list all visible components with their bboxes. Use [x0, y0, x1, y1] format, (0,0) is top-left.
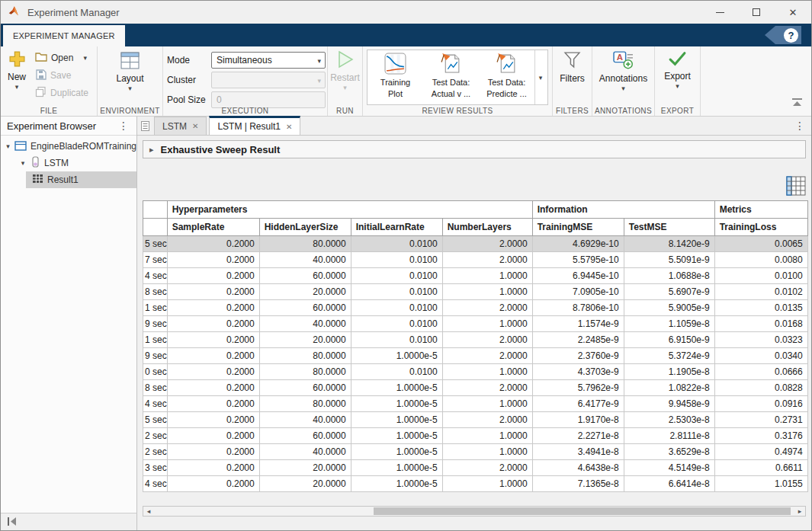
row-time-cell[interactable]: 9 sec: [143, 348, 168, 364]
table-cell[interactable]: 0.0916: [714, 396, 807, 412]
table-cell[interactable]: 20.0000: [259, 332, 351, 348]
table-cell[interactable]: 2.0000: [442, 460, 532, 476]
row-time-cell[interactable]: 8 sec: [143, 284, 168, 300]
table-cell[interactable]: 2.0000: [442, 332, 532, 348]
tree-item-project[interactable]: ▾ EngineBladeROMTraining: [1, 138, 136, 155]
table-cell[interactable]: 1.0000e-5: [351, 460, 442, 476]
table-cell[interactable]: 2.3760e-9: [532, 348, 624, 364]
column-header[interactable]: SampleRate: [167, 219, 259, 236]
table-cell[interactable]: 4.5149e-8: [624, 460, 714, 476]
table-cell[interactable]: 5.5091e-9: [624, 252, 714, 268]
table-cell[interactable]: 0.0100: [351, 268, 442, 284]
tree-item-result[interactable]: Result1: [1, 171, 136, 188]
column-header[interactable]: InitialLearnRate: [351, 219, 442, 236]
table-cell[interactable]: 4.3703e-9: [532, 364, 624, 380]
table-cell[interactable]: 8.7806e-10: [532, 300, 624, 316]
table-row[interactable]: 1 sec0.200060.00000.01002.00008.7806e-10…: [143, 300, 808, 316]
save-button[interactable]: Save: [34, 66, 90, 84]
training-plot-button[interactable]: Training Plot: [367, 50, 423, 104]
table-cell[interactable]: 1.0155: [714, 476, 807, 492]
table-cell[interactable]: 0.2000: [167, 316, 259, 332]
restart-button[interactable]: Restart ▾: [332, 49, 358, 92]
export-button[interactable]: Export ▾: [659, 49, 696, 91]
table-row[interactable]: 2 sec0.200060.00001.0000e-51.00002.2271e…: [143, 428, 808, 444]
tab-lstm[interactable]: LSTM ✕: [154, 117, 207, 135]
pool-size-field[interactable]: 0: [211, 91, 326, 108]
table-cell[interactable]: 5.9005e-9: [624, 300, 714, 316]
minimize-button[interactable]: [701, 1, 738, 24]
help-button[interactable]: ?: [765, 26, 801, 44]
table-cell[interactable]: 0.2000: [167, 236, 259, 252]
open-dropdown-icon[interactable]: ▾: [83, 55, 87, 61]
row-time-cell[interactable]: 4 sec: [143, 396, 168, 412]
table-cell[interactable]: 0.0828: [714, 380, 807, 396]
table-row[interactable]: 9 sec0.200040.00000.01001.00001.1574e-91…: [143, 316, 808, 332]
table-cell[interactable]: 0.2000: [167, 460, 259, 476]
table-cell[interactable]: 6.4177e-9: [532, 396, 624, 412]
table-cell[interactable]: 20.0000: [259, 476, 351, 492]
table-row[interactable]: 5 sec0.200040.00001.0000e-52.00001.9170e…: [143, 412, 808, 428]
table-cell[interactable]: 0.0100: [351, 284, 442, 300]
row-time-cell[interactable]: 3 sec: [143, 460, 168, 476]
table-cell[interactable]: 40.0000: [259, 412, 351, 428]
table-cell[interactable]: 1.0000e-5: [351, 396, 442, 412]
caret-down-icon[interactable]: ▾: [5, 142, 11, 150]
table-cell[interactable]: 3.4941e-8: [532, 444, 624, 460]
table-cell[interactable]: 0.0168: [714, 316, 807, 332]
collapse-toolstrip-button[interactable]: [792, 96, 802, 110]
table-cell[interactable]: 1.1574e-9: [532, 316, 624, 332]
table-cell[interactable]: 1.0000: [442, 428, 532, 444]
row-time-cell[interactable]: 9 sec: [143, 316, 168, 332]
table-cell[interactable]: 5.7962e-9: [532, 380, 624, 396]
table-cell[interactable]: 60.0000: [259, 300, 351, 316]
table-cell[interactable]: 60.0000: [259, 268, 351, 284]
table-cell[interactable]: 2.0000: [442, 412, 532, 428]
table-cell[interactable]: 0.2000: [167, 268, 259, 284]
table-cell[interactable]: 20.0000: [259, 284, 351, 300]
collapse-sidebar-icon[interactable]: [7, 516, 17, 529]
scroll-right-icon[interactable]: ▸: [794, 507, 805, 516]
maximize-button[interactable]: [738, 1, 775, 24]
experiment-browser-menu-icon[interactable]: ⋮: [118, 122, 129, 130]
table-cell[interactable]: 0.0100: [351, 332, 442, 348]
table-cell[interactable]: 2.2485e-9: [532, 332, 624, 348]
table-cell[interactable]: 0.2000: [167, 428, 259, 444]
test-data-predicted-button[interactable]: Test Data: Predicte ...: [479, 50, 534, 104]
table-cell[interactable]: 40.0000: [259, 316, 351, 332]
tree-item-experiment[interactable]: ▾ LSTM: [1, 155, 136, 171]
table-cell[interactable]: 6.9150e-9: [624, 332, 714, 348]
table-cell[interactable]: 1.0000e-5: [351, 348, 442, 364]
table-cell[interactable]: 60.0000: [259, 428, 351, 444]
column-header[interactable]: TestMSE: [624, 219, 714, 236]
table-cell[interactable]: 40.0000: [259, 444, 351, 460]
table-cell[interactable]: 5.6907e-9: [624, 284, 714, 300]
table-cell[interactable]: 80.0000: [259, 396, 351, 412]
table-cell[interactable]: 0.2000: [167, 252, 259, 268]
close-button[interactable]: ✕: [775, 1, 811, 24]
column-header[interactable]: NumberLayers: [442, 219, 532, 236]
table-cell[interactable]: 0.0323: [714, 332, 807, 348]
table-row[interactable]: 4 sec0.200020.00001.0000e-51.00007.1365e…: [143, 476, 808, 492]
table-cell[interactable]: 40.0000: [259, 252, 351, 268]
table-row[interactable]: 9 sec0.200080.00001.0000e-52.00002.3760e…: [143, 348, 808, 364]
horizontal-scrollbar[interactable]: ◂ ▸: [143, 506, 806, 517]
table-cell[interactable]: 1.0000e-5: [351, 444, 442, 460]
table-cell[interactable]: 1.0000: [442, 476, 532, 492]
table-cell[interactable]: 80.0000: [259, 236, 351, 252]
ribbon-tab-experiment-manager[interactable]: EXPERIMENT MANAGER: [3, 25, 125, 46]
table-cell[interactable]: 0.0100: [351, 252, 442, 268]
table-cell[interactable]: 80.0000: [259, 364, 351, 380]
table-row[interactable]: 4 sec0.200080.00001.0000e-51.00006.4177e…: [143, 396, 808, 412]
table-cell[interactable]: 2.2271e-8: [532, 428, 624, 444]
table-cell[interactable]: 0.2000: [167, 300, 259, 316]
table-row[interactable]: 8 sec0.200060.00001.0000e-52.00005.7962e…: [143, 380, 808, 396]
table-cell[interactable]: 1.1905e-8: [624, 364, 714, 380]
scroll-left-icon[interactable]: ◂: [143, 507, 154, 516]
table-cell[interactable]: 6.6414e-8: [624, 476, 714, 492]
table-cell[interactable]: 0.2000: [167, 364, 259, 380]
results-table[interactable]: HyperparametersInformationMetricsSampleR…: [143, 200, 808, 492]
table-cell[interactable]: 0.2000: [167, 396, 259, 412]
table-row[interactable]: 8 sec0.200020.00000.01001.00007.0905e-10…: [143, 284, 808, 300]
filters-button[interactable]: Filters: [557, 49, 588, 85]
table-cell[interactable]: 7.0905e-10: [532, 284, 624, 300]
